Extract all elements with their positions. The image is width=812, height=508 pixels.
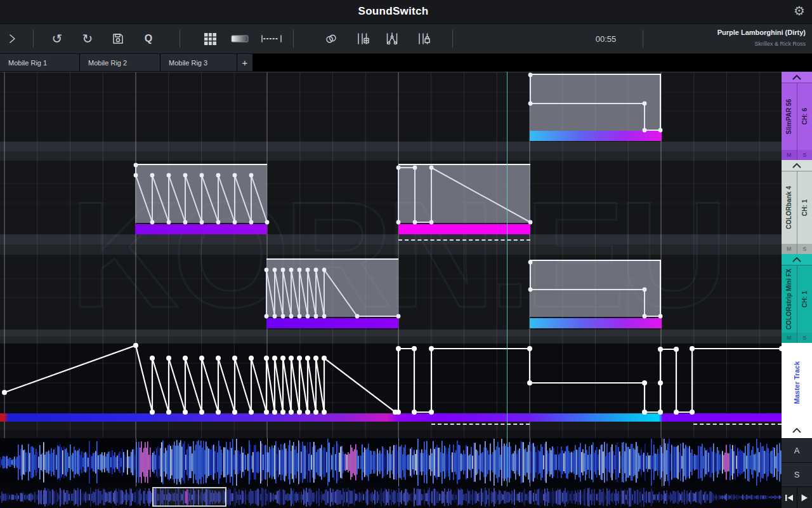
- collapse-track3-button[interactable]: [782, 254, 812, 265]
- master-track-name: Master Track: [793, 361, 801, 404]
- tab-label: Mobile Rig 2: [88, 59, 127, 67]
- waveform-panel[interactable]: [0, 438, 782, 486]
- master-sub-row2: [0, 430, 782, 438]
- mute-button[interactable]: M: [782, 150, 797, 160]
- track-name: COLORbank 4: [785, 186, 792, 229]
- gradient-tool-button[interactable]: [230, 24, 250, 53]
- track2-header[interactable]: COLORbank 4 CH: 1: [782, 171, 812, 244]
- plus-icon: +: [242, 57, 248, 68]
- spacing-tool-button[interactable]: [259, 24, 284, 53]
- track3-ms: M S: [782, 333, 812, 343]
- linked-rings-icon: [324, 31, 339, 46]
- fade-dashed-line: [693, 424, 782, 425]
- lock-fader-button[interactable]: [416, 24, 432, 53]
- colorbar-colorstrip-1[interactable]: [266, 318, 398, 328]
- track1-collapsed-row[interactable]: [0, 142, 782, 151]
- master-name-col: Master Track: [782, 343, 812, 423]
- tab-label: Mobile Rig 3: [169, 59, 207, 67]
- toolbar-divider: [452, 30, 453, 48]
- expand-panel-button[interactable]: [4, 24, 20, 53]
- collapse-track2-button[interactable]: [782, 160, 812, 171]
- track1-channel-col: CH: 6: [797, 83, 812, 150]
- skip-to-start-button[interactable]: [782, 487, 797, 508]
- master-track-header[interactable]: Master Track: [782, 343, 812, 423]
- track1-ms: M S: [782, 150, 812, 160]
- dotted-ruler-icon: [260, 32, 283, 45]
- waveform-canvas[interactable]: [0, 438, 782, 486]
- solo-button[interactable]: S: [797, 333, 812, 343]
- track-overview[interactable]: [0, 486, 782, 508]
- clip-colorbank-saw[interactable]: [135, 164, 267, 223]
- track1-name-col: SlimPAR 56: [782, 83, 797, 150]
- track2-ms: M S: [782, 244, 812, 254]
- track3-header[interactable]: COLORstrip Mini FX CH: 1: [782, 265, 812, 333]
- quantize-button[interactable]: Q: [140, 24, 157, 53]
- overview-viewport[interactable]: [152, 487, 226, 507]
- tab-mobile-rig-3[interactable]: Mobile Rig 3: [160, 54, 237, 71]
- play-button[interactable]: [797, 487, 812, 508]
- solo-button[interactable]: S: [797, 244, 812, 254]
- autoloop-button[interactable]: A: [782, 438, 812, 462]
- add-node-button[interactable]: [355, 24, 371, 53]
- chevron-up-icon: [792, 428, 802, 433]
- transport-bar: [782, 486, 812, 508]
- colorbar-colorbank-2[interactable]: [398, 224, 530, 234]
- track2-channel-col: CH: 1: [797, 171, 812, 244]
- save-floppy-icon: [112, 32, 124, 45]
- settings-gear-icon[interactable]: ⚙: [794, 3, 805, 18]
- track3-channel-col: CH: 1: [797, 265, 812, 333]
- tab-mobile-rig-2[interactable]: Mobile Rig 2: [80, 54, 160, 71]
- curve-edit-button[interactable]: [384, 24, 400, 53]
- toolbar: ↺ ↻ Q: [0, 23, 812, 54]
- track2-ms-row: [0, 244, 782, 255]
- grid-view-button[interactable]: [202, 24, 218, 53]
- track2-lane: [0, 161, 782, 234]
- toolbar-divider: [293, 30, 294, 48]
- track-name: SlimPAR 56: [785, 99, 792, 134]
- track1-header[interactable]: SlimPAR 56 CH: 6: [782, 83, 812, 150]
- colorbar-master[interactable]: [0, 413, 782, 422]
- timeline[interactable]: KORN.EU: [0, 72, 782, 438]
- track3-collapsed-row[interactable]: [0, 330, 782, 337]
- track2-collapsed-row[interactable]: [0, 234, 782, 244]
- colorbar-colorbank-1[interactable]: [135, 224, 267, 234]
- overview-canvas[interactable]: [0, 486, 782, 508]
- clip-colorstrip-saw[interactable]: [266, 258, 398, 317]
- scripts-button[interactable]: S: [782, 462, 812, 486]
- collapse-master-button[interactable]: [782, 423, 812, 438]
- undo-button[interactable]: ↺: [49, 24, 65, 53]
- mute-button[interactable]: M: [782, 244, 797, 254]
- playhead[interactable]: [507, 72, 508, 486]
- track3-ms-row: [0, 337, 782, 344]
- colorbar-colorstrip-2[interactable]: [530, 318, 662, 328]
- rig-tab-bar: Mobile Rig 1 Mobile Rig 2 Mobile Rig 3 +: [0, 54, 812, 72]
- master-lane: [0, 344, 782, 421]
- fader-plus-icon: [355, 31, 370, 46]
- solo-button[interactable]: S: [797, 150, 812, 160]
- link-button[interactable]: [323, 24, 339, 53]
- toolbar-divider: [33, 30, 34, 48]
- tab-mobile-rig-1[interactable]: Mobile Rig 1: [0, 54, 79, 71]
- fade-dashed-line: [431, 424, 530, 425]
- add-tab-button[interactable]: +: [237, 54, 252, 71]
- clip-slimpar-gradient[interactable]: [530, 74, 661, 131]
- redo-button[interactable]: ↻: [79, 24, 96, 53]
- colorbar-slimpar[interactable]: [530, 131, 662, 141]
- clip-colorstrip-gradient[interactable]: [530, 260, 661, 317]
- clip-colorbank-pulse[interactable]: [398, 164, 530, 223]
- master-sub-row: [0, 421, 782, 430]
- mute-button[interactable]: M: [782, 333, 797, 343]
- chevron-up-icon: [792, 75, 802, 80]
- collapse-track1-button[interactable]: [782, 72, 812, 83]
- app-title: SoundSwitch: [0, 5, 787, 18]
- save-button[interactable]: [110, 24, 126, 53]
- chevron-up-icon: [792, 163, 802, 168]
- track-channel: CH: 1: [801, 199, 808, 216]
- gradient-swatch-icon: [231, 35, 249, 43]
- undo-icon: ↺: [52, 32, 63, 45]
- soundswitch-app: SoundSwitch ⚙ ↺ ↻ Q: [0, 0, 812, 508]
- track-header-column: SlimPAR 56 CH: 6 M S COLORbank 4 CH: 1 M…: [782, 72, 812, 508]
- chevron-up-icon: [792, 257, 802, 262]
- skip-back-icon: [785, 494, 794, 502]
- quantize-icon: Q: [145, 33, 152, 44]
